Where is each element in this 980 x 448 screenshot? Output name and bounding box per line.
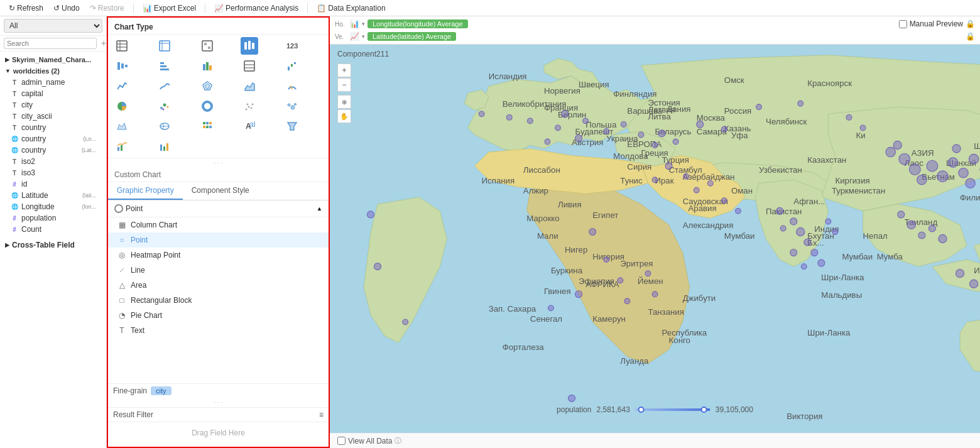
cross-table-header[interactable]: ▶ Cross-Table Field <box>0 239 106 251</box>
field-count[interactable]: # Count <box>0 224 106 235</box>
restore-button[interactable]: ↷ Restore <box>86 3 128 14</box>
refresh-button[interactable]: ↻ Refresh <box>5 3 47 14</box>
chart-icon-waterfall[interactable] <box>283 57 301 75</box>
chart-icon-pie[interactable] <box>113 97 131 115</box>
field-country-lo[interactable]: 🌐 country (Lo... <box>0 133 106 145</box>
svg-point-218 <box>645 271 651 276</box>
chart-icon-radar[interactable] <box>199 77 216 95</box>
chart-list-rectangular[interactable]: □ Rectangular Block <box>108 293 329 308</box>
text-type-icon: T <box>10 123 19 132</box>
field-population[interactable]: # population <box>0 212 106 224</box>
chart-icon-bar-v[interactable] <box>156 57 173 75</box>
chart-icon-scatter-color[interactable] <box>156 97 173 115</box>
svg-point-190 <box>917 175 927 184</box>
field-admin-name[interactable]: T admin_name <box>0 77 106 88</box>
svg-point-173 <box>721 198 727 204</box>
chart-icon-geo2[interactable] <box>156 117 173 135</box>
chart-icon-spline[interactable] <box>156 77 173 95</box>
field-capital[interactable]: T capital <box>0 88 106 99</box>
tab-graphic-property[interactable]: Graphic Property <box>108 182 183 200</box>
chart-icon-bar-h[interactable] <box>113 57 131 75</box>
fine-grain-value[interactable]: city <box>151 386 172 395</box>
tab-component-style[interactable]: Component Style <box>183 182 258 200</box>
field-longitude[interactable]: 🌐 Longitude (lon... <box>0 201 106 212</box>
svg-rect-50 <box>209 122 212 124</box>
chart-list-line[interactable]: ⟋ Line <box>108 263 329 278</box>
chart-icon-area[interactable] <box>241 77 258 95</box>
manual-preview-checkbox[interactable] <box>899 20 907 28</box>
legend-max-dot <box>701 407 707 413</box>
drag-field-area[interactable]: Drag Field Here <box>108 422 329 447</box>
chart-icon-combo2[interactable] <box>156 138 173 155</box>
chart-list-point[interactable]: ○ Point <box>108 232 329 248</box>
chart-list-text[interactable]: T Text <box>108 323 329 338</box>
performance-label: Performance Analysis <box>226 4 298 13</box>
chart-icon-heatmap[interactable] <box>199 117 216 135</box>
field-country-lat[interactable]: 🌐 country (Lat... <box>0 145 106 156</box>
undo-icon: ↺ <box>53 4 60 13</box>
field-city-ascii[interactable]: T city_ascii <box>0 111 106 122</box>
chart-icon-geo[interactable] <box>113 117 131 135</box>
svg-point-162 <box>721 126 727 132</box>
svg-text:АЗИЯ: АЗИЯ <box>912 148 934 158</box>
svg-point-169 <box>665 163 672 170</box>
left-panel: All ＋ ▶ Skyrim_Named_Chara... ▼ worldcit… <box>0 16 107 448</box>
svg-point-195 <box>969 154 978 163</box>
separator3 <box>307 3 308 13</box>
pie-chart-icon: ◔ <box>117 311 127 320</box>
latitude-chip[interactable]: Latitude(latitude) Average <box>368 32 456 41</box>
field-iso2[interactable]: T iso2 <box>0 156 106 167</box>
field-label: iso2 <box>21 157 35 166</box>
chart-list-column[interactable]: ▦ Column Chart <box>108 217 329 232</box>
reset-view-button[interactable]: ⊕ <box>337 95 351 109</box>
export-excel-button[interactable]: 📊 Export Excel <box>139 3 200 14</box>
svg-text:Филиппины: Филиппины <box>960 193 980 202</box>
chart-list-pie[interactable]: ◔ Pie Chart <box>108 308 329 323</box>
field-id[interactable]: # id <box>0 178 106 190</box>
performance-button[interactable]: 📈 Performance Analysis <box>210 3 302 14</box>
pan-button[interactable]: ✋ <box>337 109 351 123</box>
svg-point-223 <box>403 319 408 325</box>
search-input[interactable] <box>4 38 97 49</box>
field-country-t[interactable]: T country <box>0 122 106 133</box>
chart-icon-combo1[interactable] <box>113 138 131 155</box>
zoom-in-button[interactable]: + <box>337 63 351 77</box>
legend-slider[interactable] <box>635 408 710 411</box>
chart-icon-crosstab[interactable] <box>156 37 173 55</box>
text-type-icon: T <box>10 112 19 121</box>
chart-icon-bar-multi[interactable] <box>199 57 216 75</box>
chart-list-heatmap[interactable]: ◎ Heatmap Point <box>108 248 329 263</box>
field-city[interactable]: T city <box>0 99 106 111</box>
chart-icon-number[interactable]: 123 <box>283 37 301 55</box>
chart-icon-table[interactable] <box>113 37 131 55</box>
view-all-checkbox[interactable] <box>337 437 346 445</box>
axis-area: Ho. 📊 ▾ Longitude(longitude) Average Man… <box>330 16 980 45</box>
point-section[interactable]: Point ▲ <box>108 200 329 217</box>
skyrim-group-header[interactable]: ▶ Skyrim_Named_Chara... <box>0 54 106 65</box>
zoom-out-button[interactable]: − <box>337 78 351 92</box>
field-latitude[interactable]: 🌐 Latitude (lati... <box>0 190 106 201</box>
svg-point-199 <box>966 178 975 188</box>
chevron-down-icon: ▼ <box>5 68 11 74</box>
chart-icon-line[interactable] <box>113 77 131 95</box>
chart-icon-pivot[interactable] <box>199 37 216 55</box>
point-label: Point <box>114 204 143 213</box>
chart-icon-funnel[interactable] <box>283 117 301 135</box>
filter-select[interactable]: All <box>4 19 102 33</box>
undo-button[interactable]: ↺ Undo <box>50 3 84 14</box>
chart-icon-gauge[interactable] <box>283 77 301 95</box>
chart-icon-donut[interactable] <box>199 97 216 115</box>
chart-icon-scatter[interactable] <box>241 97 258 115</box>
svg-point-157 <box>604 129 609 134</box>
data-explanation-button[interactable]: 📋 Data Explanation <box>313 3 389 14</box>
field-iso3[interactable]: T iso3 <box>0 167 106 178</box>
longitude-chip[interactable]: Longitude(longitude) Average <box>368 19 468 28</box>
worldcities-group-header[interactable]: ▼ worldcities (2) <box>0 65 106 77</box>
chart-icon-map[interactable] <box>241 37 258 55</box>
result-filter-menu-icon[interactable]: ≡ <box>319 410 324 419</box>
field-label: city_ascii <box>21 112 52 121</box>
chart-icon-text-label[interactable]: Aab <box>241 117 258 135</box>
chart-icon-table2[interactable] <box>241 57 258 75</box>
chart-list-area[interactable]: △ Area <box>108 278 329 293</box>
chart-icon-map2[interactable] <box>283 97 301 115</box>
